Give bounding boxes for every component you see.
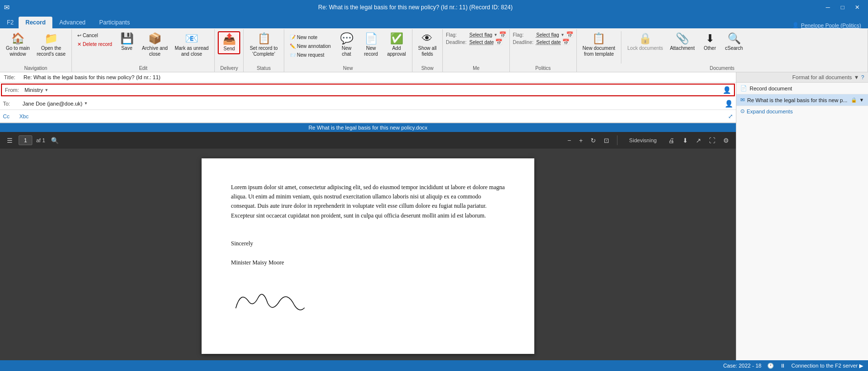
email-form: Title: Re: What is the legal basis for t… <box>0 72 736 123</box>
status-icon-2: ⏸ <box>780 363 785 369</box>
tab-advanced[interactable]: Advanced <box>52 17 92 28</box>
csearch-button[interactable]: 🔍 cSearch <box>722 31 746 53</box>
other-button[interactable]: ⬇ Other <box>699 31 721 53</box>
save-button[interactable]: 💾 Save <box>115 31 138 53</box>
mark-unread-button[interactable]: 📧 Mark as unreadand close <box>172 31 211 59</box>
title-bar-left: ✉ <box>4 3 10 11</box>
deadline-select-politics[interactable]: Select date <box>536 40 561 45</box>
ribbon-group-politics: Flag: Select flag ▼ 📅 Deadline: Select d… <box>510 29 577 72</box>
settings-doc-button[interactable]: ⚙ <box>721 136 731 145</box>
xbc-link[interactable]: Xbc <box>19 113 28 119</box>
record-doc-label: Record document <box>750 86 792 91</box>
doc-list-item-email[interactable]: ✉ Re What is the legal basis for this ne… <box>736 94 868 106</box>
flag-select-politics[interactable]: Select flag <box>536 32 559 38</box>
user-area[interactable]: 👤 Penelope Poole (Politics) <box>787 22 866 28</box>
complete-icon: 📋 <box>257 33 271 44</box>
delivery-buttons: 📤 Send <box>218 31 240 64</box>
new-record-button[interactable]: 📄 Newrecord <box>360 31 382 59</box>
fullscreen-button[interactable]: ⛶ <box>707 136 717 145</box>
add-approval-button[interactable]: ✅ Addapproval <box>384 31 409 59</box>
expand-docs-button[interactable]: ⊙ Expand documents <box>736 106 868 116</box>
tab-record[interactable]: Record <box>19 17 52 28</box>
set-complete-button[interactable]: 📋 Set record to'Complete' <box>247 31 280 59</box>
new-chat-button[interactable]: 💬 Newchat <box>335 31 358 59</box>
save-icon: 💾 <box>120 33 134 44</box>
from-person-icon[interactable]: 👤 <box>723 86 731 94</box>
email-doc-expand[interactable]: ▼ <box>859 97 864 103</box>
to-person-icon[interactable]: 👤 <box>725 100 733 108</box>
archive-close-button[interactable]: 📦 Archive andclose <box>139 31 171 59</box>
tab-participants[interactable]: Participants <box>92 17 137 28</box>
show-all-fields-button[interactable]: 👁 Show allfields <box>415 31 440 59</box>
from-dropdown[interactable]: ▼ <box>45 88 48 92</box>
zoom-out-button[interactable]: − <box>566 136 573 145</box>
format-dropdown[interactable]: ▼ <box>854 74 859 80</box>
doc-menu-button[interactable]: ☰ <box>5 136 15 145</box>
status-buttons: 📋 Set record to'Complete' <box>247 31 280 64</box>
other-icon: ⬇ <box>706 33 714 44</box>
attachment-button[interactable]: 📎 Attachment <box>667 31 698 53</box>
open-case-button[interactable]: 📁 Open therecord's case <box>34 31 69 59</box>
format-help[interactable]: ? <box>861 74 864 80</box>
from-value: Ministry <box>24 87 43 93</box>
cancel-button[interactable]: ↩ Cancel <box>75 31 114 40</box>
doc-list-item-record[interactable]: 📄 Record document <box>736 83 868 94</box>
flag-dropdown-me[interactable]: ▼ <box>494 33 498 37</box>
expand-icon[interactable]: ⤢ <box>728 113 733 120</box>
ribbon-group-me: Flag: Select flag ▼ 📅 Deadline: Select d… <box>443 29 510 72</box>
ribbon-group-navigation: 🏠 Go to mainwindow 📁 Open therecord's ca… <box>0 29 72 72</box>
download-doc-button[interactable]: ⬇ <box>681 136 690 145</box>
flag-calendar-politics[interactable]: 📅 <box>566 31 573 38</box>
cancel-icon: ↩ <box>77 33 81 38</box>
signature <box>231 286 309 315</box>
format-label: Format for all documents <box>792 74 852 80</box>
record-doc-icon: 📄 <box>740 85 747 91</box>
deadline-select-me[interactable]: Select date <box>469 40 494 45</box>
me-label: Me <box>446 65 506 71</box>
new-annotation-button[interactable]: ✏️ New annotation <box>287 42 334 50</box>
flag-select-me[interactable]: Select flag <box>469 32 492 38</box>
tab-f2[interactable]: F2 <box>2 17 19 28</box>
new-note-button[interactable]: 📝 New note <box>287 33 334 42</box>
show-label: Show <box>415 65 440 71</box>
email-doc-icon: ✉ <box>740 97 745 103</box>
search-doc-button[interactable]: 🔍 <box>49 136 61 145</box>
sidebar-view-button[interactable]: Sidevisning <box>623 136 662 144</box>
new-buttons: 📝 New note ✏️ New annotation 📨 New reque… <box>287 31 409 64</box>
rotate-button[interactable]: ↻ <box>589 136 598 145</box>
deadline-calendar-me[interactable]: 📅 <box>495 39 503 45</box>
share-doc-button[interactable]: ↗ <box>694 136 703 145</box>
new-doc-template-button[interactable]: 📋 New documentfrom template <box>580 31 618 59</box>
deadline-calendar-politics[interactable]: 📅 <box>562 39 570 45</box>
delete-record-button[interactable]: ✕ Delete record <box>75 40 114 48</box>
fit-page-button[interactable]: ⊡ <box>602 136 611 145</box>
flag-calendar-me[interactable]: 📅 <box>499 31 506 38</box>
close-button[interactable]: ✕ <box>850 2 864 13</box>
lock-documents-button[interactable]: 🔒 Lock documents <box>624 31 666 53</box>
user-icon: 👤 <box>792 22 799 28</box>
flag-dropdown-politics[interactable]: ▼ <box>561 33 565 37</box>
maximize-button[interactable]: □ <box>836 2 849 13</box>
zoom-in-button[interactable]: + <box>577 136 585 145</box>
print-doc-button[interactable]: 🖨 <box>666 136 677 145</box>
title-bar-title: Re: What is the legal basis for this new… <box>10 4 821 11</box>
doc-paragraph-1: Lorem ipsum dolor sit amet, consectetur … <box>231 183 505 220</box>
request-icon: 📨 <box>290 52 296 58</box>
cc-link[interactable]: Cc <box>3 113 9 119</box>
template-icon: 📋 <box>592 33 605 44</box>
new-request-button[interactable]: 📨 New request <box>287 51 334 59</box>
ribbon-group-status: 📋 Set record to'Complete' Status <box>244 29 284 72</box>
send-button[interactable]: 📤 Send <box>218 31 240 54</box>
annotation-icon: ✏️ <box>290 44 296 49</box>
minimize-button[interactable]: ─ <box>821 2 835 13</box>
email-title: Re: What is the legal basis for this new… <box>23 74 160 80</box>
approval-icon: ✅ <box>390 33 403 44</box>
doc-viewer-body[interactable]: Lorem ipsum dolor sit amet, consectetur … <box>0 149 736 360</box>
to-dropdown[interactable]: ▼ <box>84 101 88 106</box>
deadline-row-1: Deadline: Select date 📅 <box>446 39 506 45</box>
show-buttons: 👁 Show allfields <box>415 31 440 64</box>
to-value: Jane Doe (jane@doe.uk) <box>23 101 82 107</box>
expand-docs-icon: ⊙ <box>740 108 745 114</box>
go-to-main-window-button[interactable]: 🏠 Go to mainwindow <box>3 31 33 59</box>
page-number-input[interactable] <box>19 135 32 145</box>
